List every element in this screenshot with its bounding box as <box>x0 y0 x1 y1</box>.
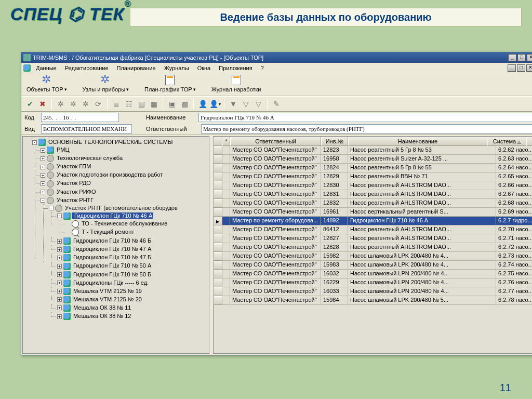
toolbar-button[interactable]: Журнал наработки <box>211 75 261 92</box>
tree-item[interactable]: + Мешалка ОК 38 № 12 <box>57 312 208 321</box>
menu-item[interactable]: Редактирование <box>61 64 113 72</box>
collapse-icon[interactable]: - <box>41 198 45 203</box>
tree-item[interactable]: + Технологическая служба <box>41 154 208 163</box>
funnel3-icon[interactable]: ▽ <box>252 98 264 110</box>
tree-item[interactable]: - Участок РНТГ (вспомогательное оборудов… <box>49 204 208 321</box>
mdi-close-button[interactable]: × <box>526 64 532 72</box>
grid-panel[interactable]: * Ответственный Инв.№ Наименование Систе… <box>213 136 532 354</box>
table-row[interactable]: Мастер СО ОАО"Печенгастрой"12829Насос ре… <box>214 172 532 181</box>
expand-icon[interactable]: + <box>41 173 45 178</box>
tree-item[interactable]: + Участок РДО <box>41 179 208 188</box>
refresh-icon[interactable]: ⟳ <box>92 98 104 110</box>
tree-item[interactable]: + Гидроциклон ГЦк 710 № 50 Б <box>57 271 208 279</box>
col-system[interactable]: Система △ <box>487 137 526 146</box>
toolbar-button[interactable]: Объекты ТОР ▾ <box>26 75 67 92</box>
expand-icon[interactable]: + <box>41 156 45 161</box>
expand-icon[interactable]: + <box>57 281 62 285</box>
toolbar-button[interactable]: Узлы и приборы ▾ <box>83 75 129 92</box>
table-row[interactable]: Мастер СО ОАО"Печенгастрой"12827Насос ре… <box>214 234 532 243</box>
gear-icon[interactable]: ✲ <box>55 98 66 110</box>
maximize-button[interactable]: □ <box>517 54 526 61</box>
expand-icon[interactable]: + <box>57 256 62 260</box>
col-name[interactable]: Наименование <box>348 137 487 146</box>
table-row[interactable]: Мастер СО ОАО"Печенгастрой"12828Насос ре… <box>214 243 532 252</box>
tree-item[interactable]: + Участок РИФО <box>41 188 208 196</box>
tree-item[interactable]: + Мешалка VTM 2125 № 19 <box>57 287 208 296</box>
gear-icon[interactable]: ✲ <box>68 98 79 110</box>
check-icon[interactable]: ✔ <box>24 98 36 110</box>
tree-icon[interactable]: ☷ <box>123 98 135 110</box>
tree-item[interactable]: + РМЦ <box>41 146 208 154</box>
col-inventory[interactable]: Инв.№ <box>321 137 348 146</box>
tree-item[interactable]: - Гидроциклон ГЦк 710 № 46 А ТО - Технич… <box>57 212 208 237</box>
table-row[interactable]: Мастер СО ОАО"Печенгастрой"12831Насос ре… <box>214 190 532 199</box>
name-input[interactable] <box>198 113 532 122</box>
code-input[interactable] <box>41 113 119 122</box>
tree-item[interactable]: - Участок РНТГ- Участок РНТГ (вспомогате… <box>41 196 208 322</box>
mdi-restore-button[interactable]: □ <box>517 64 525 72</box>
table-row[interactable]: Мастер СО ОАО"Печенгастрой"15982Насос шл… <box>214 252 532 261</box>
grid-body[interactable]: Мастер СО ОАО"Печенгастрой"12823Насос ре… <box>214 146 532 353</box>
minimize-button[interactable]: _ <box>508 54 516 61</box>
expand-icon[interactable]: + <box>57 247 62 252</box>
card-icon[interactable]: ▦ <box>148 98 159 110</box>
expand-icon[interactable]: + <box>57 272 62 277</box>
tree-panel[interactable]: - ОСНОВНЫЕ ТЕХНОЛОГИЧЕСКИЕ СИСТЕМЫ+ РМЦ+… <box>22 136 209 354</box>
funnel2-icon[interactable]: ▽ <box>240 98 251 110</box>
table-row[interactable]: Мастер СО ОАО"Печенгастрой"86412Насос ре… <box>214 225 532 234</box>
stack-icon[interactable]: ≣ <box>111 98 122 110</box>
funnel1-icon[interactable]: ▼ <box>228 98 239 110</box>
table-row[interactable]: Мастер СО ОАО"Печенгастрой"16033Насос шл… <box>214 287 532 296</box>
user-icon[interactable]: 👤 <box>197 98 208 110</box>
boxE-icon[interactable]: ▣ <box>166 98 178 110</box>
menu-item[interactable]: Окна <box>193 64 215 72</box>
table-row[interactable]: Мастер СО ОАО"Печенгастрой"12824Насос ре… <box>214 164 532 172</box>
sheet-icon[interactable]: ▤ <box>136 98 147 110</box>
menu-item[interactable]: ? <box>257 64 268 72</box>
menu-item[interactable]: Данные <box>32 64 61 72</box>
col-responsible[interactable]: Ответственный <box>230 137 321 146</box>
table-row[interactable]: Мастер СО ОАО"Печенгастрой"16958Насос ре… <box>214 155 532 164</box>
menu-item[interactable]: Журналы <box>160 64 193 72</box>
expand-icon[interactable]: + <box>41 148 45 153</box>
tree-root[interactable]: - ОСНОВНЫЕ ТЕХНОЛОГИЧЕСКИЕ СИСТЕМЫ+ РМЦ+… <box>32 138 208 322</box>
collapse-icon[interactable]: - <box>49 206 54 210</box>
tree-item[interactable]: + Участок ГПМ <box>41 163 208 171</box>
expand-icon[interactable]: + <box>57 289 62 294</box>
col-marker[interactable]: * <box>222 137 230 146</box>
tree-item[interactable]: + Гидроциклоны ГЦк ----- 6 ед. <box>57 279 208 287</box>
table-row[interactable]: Мастер СО ОАО"Печенгастрой"16961Насос ве… <box>214 208 532 217</box>
tree-item[interactable]: + Гидроциклон ГЦк 710 № 47 Б <box>57 254 208 262</box>
responsible-input[interactable] <box>201 124 532 134</box>
table-row[interactable]: Мастер СО ОАО"Печенгастрой"12832Насос ре… <box>214 199 532 208</box>
table-row[interactable]: Мастер СО ОАО"Печенгастрой"16032Насос шл… <box>214 270 532 278</box>
table-row[interactable]: Мастер СО ОАО"Печенгастрой"15983Насос шл… <box>214 261 532 270</box>
collapse-icon[interactable]: - <box>57 214 62 218</box>
tree-item[interactable]: ТО - Техническое обслуживание <box>65 220 208 228</box>
kind-input[interactable] <box>41 124 132 134</box>
tree-item[interactable]: Т - Тeкущий ремонт <box>65 228 208 236</box>
window-titlebar[interactable]: TRIM-M/SMS : / Обогатительная фабрика [С… <box>21 52 532 63</box>
close-button[interactable]: × <box>527 54 532 61</box>
xmark-icon[interactable]: ✖ <box>37 98 48 110</box>
tree-item[interactable]: + Гидроциклон ГЦк 710 № 50 А <box>57 262 208 270</box>
expand-icon[interactable]: + <box>41 181 45 186</box>
gear-icon[interactable]: ✲ <box>80 98 91 110</box>
tree-item[interactable]: + Участок подготовки производства работ <box>41 171 208 179</box>
menu-item[interactable]: Планирование <box>113 64 160 72</box>
table-row[interactable]: Мастер СО ОАО"Печенгастрой"12830Насос ре… <box>214 181 532 190</box>
expand-icon[interactable]: + <box>57 239 62 244</box>
expand-icon[interactable]: + <box>57 314 62 319</box>
expand-icon[interactable]: + <box>57 297 62 302</box>
toolbar-button[interactable]: План-график ТОР ▾ <box>144 75 196 92</box>
collapse-icon[interactable]: - <box>32 140 37 145</box>
table-row[interactable]: Мастер СО ОАО"Печенгастрой"16229Насос шл… <box>214 278 532 287</box>
wizard-icon[interactable]: ✎ <box>271 98 282 110</box>
tree-item[interactable]: + Мешалка ОК 38 № 11 <box>57 304 208 312</box>
expand-icon[interactable]: + <box>41 165 45 169</box>
mdi-minimize-button[interactable]: _ <box>508 64 516 72</box>
table-row[interactable]: Мастер СО ОАО"Печенгастрой"15984Насос шл… <box>214 296 532 305</box>
tree-item[interactable]: + Гидроциклон ГЦк 710 № 46 Б <box>57 237 208 245</box>
table-row[interactable]: Мастер СО ОАО"Печенгастрой"12823Насос ре… <box>214 146 532 155</box>
expand-icon[interactable]: + <box>57 305 62 310</box>
